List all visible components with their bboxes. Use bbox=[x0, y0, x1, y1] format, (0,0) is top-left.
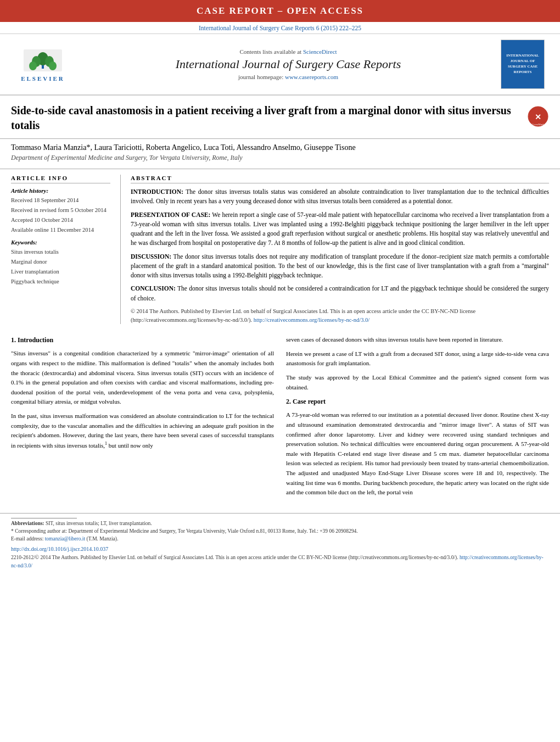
article-history-label: Article history: bbox=[11, 187, 110, 194]
svg-point-6 bbox=[49, 62, 57, 70]
abstract-copyright: © 2014 The Authors. Published by Elsevie… bbox=[131, 307, 549, 325]
body-left-col: 1. Introduction "Situs inversus" is a co… bbox=[11, 335, 274, 502]
crossmark-icon: ✕ CrossMark bbox=[527, 105, 549, 127]
creative-commons-link[interactable]: http://creativecommons.org/licenses/by-n… bbox=[254, 317, 370, 323]
contents-line: Contents lists available at ScienceDirec… bbox=[86, 48, 491, 55]
body-para-5: The study was approved by the Local Ethi… bbox=[286, 373, 549, 392]
bottom-notice: 2210-2612/© 2014 The Authors. Published … bbox=[11, 554, 549, 570]
email-line: E-mail address: tomanzia@libero.it (T.M.… bbox=[11, 535, 549, 543]
article-title-section: Side-to-side caval anastomosis in a pati… bbox=[0, 96, 560, 139]
affiliation: Department of Experimental Medicine and … bbox=[11, 154, 549, 162]
footer-divider bbox=[11, 518, 77, 518]
footer-section: Abbreviations: SIT, situs inversus total… bbox=[0, 513, 560, 574]
body-para-6: A 73-year-old woman was referred to our … bbox=[286, 410, 549, 497]
crossmark-badge[interactable]: ✕ CrossMark bbox=[527, 105, 549, 130]
elsevier-wordmark: ELSEVIER bbox=[21, 75, 65, 82]
body-text: 1. Introduction "Situs inversus" is a co… bbox=[0, 330, 560, 507]
svg-point-5 bbox=[29, 62, 37, 70]
sciencedirect-link[interactable]: ScienceDirect bbox=[303, 48, 337, 55]
abstract-case: PRESENTATION OF CASE: We herein report a… bbox=[131, 210, 549, 248]
doi-journal-line: International Journal of Surgery Case Re… bbox=[0, 22, 560, 34]
article-info-col: ARTICLE INFO Article history: Received 1… bbox=[11, 175, 121, 324]
email-link[interactable]: tomanzia@libero.it bbox=[45, 536, 85, 542]
homepage-line: journal homepage: www.casereports.com bbox=[86, 74, 491, 80]
corresponding-author: * Corresponding author at: Department of… bbox=[11, 527, 549, 535]
svg-text:CrossMark: CrossMark bbox=[532, 123, 545, 126]
body-para-2: In the past, situs inversus malformation… bbox=[11, 411, 274, 450]
elsevier-logo: ELSEVIER bbox=[10, 47, 76, 82]
body-right-col: seven cases of deceased donors with situ… bbox=[286, 335, 549, 502]
journal-title: International Journal of Surgery Case Re… bbox=[86, 57, 491, 71]
body-para-3: seven cases of deceased donors with situ… bbox=[286, 335, 549, 345]
section-1-title: 1. Introduction bbox=[11, 335, 274, 345]
keywords-label: Keywords: bbox=[11, 239, 110, 246]
journal-right-logo: INTERNATIONAL JOURNAL OF SURGERY CASE RE… bbox=[501, 40, 550, 89]
authors-list: Tommaso Maria Manzia*, Laura Tariciotti,… bbox=[11, 143, 549, 152]
abstract-col: ABSTRACT INTRODUCTION: The donor situs i… bbox=[131, 175, 549, 324]
section-2-title: 2. Case report bbox=[286, 397, 549, 407]
body-para-1: "Situs inversus" is a congenital conditi… bbox=[11, 349, 274, 407]
abbreviations: Abbreviations: SIT, situs inversus total… bbox=[11, 521, 549, 526]
abstract-discussion: DISCUSSION: The donor situs inversus tot… bbox=[131, 252, 549, 281]
body-para-4: Herein we present a case of LT with a gr… bbox=[286, 349, 549, 369]
journal-header: ELSEVIER Contents lists available at Sci… bbox=[0, 34, 560, 96]
abstract-heading: ABSTRACT bbox=[131, 175, 549, 183]
keywords-list: Situs inversus totalis Marginal donor Li… bbox=[11, 247, 110, 286]
article-info-heading: ARTICLE INFO bbox=[11, 175, 110, 183]
journal-center-info: Contents lists available at ScienceDirec… bbox=[86, 48, 491, 80]
elsevier-tree-icon bbox=[21, 47, 65, 74]
article-dates: Received 18 September 2014 Received in r… bbox=[11, 196, 110, 235]
article-title: Side-to-side caval anastomosis in a pati… bbox=[11, 103, 519, 133]
homepage-url[interactable]: www.casereports.com bbox=[285, 74, 338, 80]
ijscr-logo: INTERNATIONAL JOURNAL OF SURGERY CASE RE… bbox=[501, 40, 545, 89]
abstract-conclusion: CONCLUSION: The donor situs inversus tot… bbox=[131, 284, 549, 303]
svg-text:✕: ✕ bbox=[535, 113, 541, 121]
abstract-intro: INTRODUCTION: The donor situs inversus t… bbox=[131, 187, 549, 207]
article-info-abstract: ARTICLE INFO Article history: Received 1… bbox=[0, 169, 560, 330]
doi-footer-link[interactable]: http://dx.doi.org/10.1016/j.ijscr.2014.1… bbox=[11, 546, 549, 552]
case-report-banner: CASE REPORT – OPEN ACCESS bbox=[0, 0, 560, 22]
authors-section: Tommaso Maria Manzia*, Laura Tariciotti,… bbox=[0, 139, 560, 164]
